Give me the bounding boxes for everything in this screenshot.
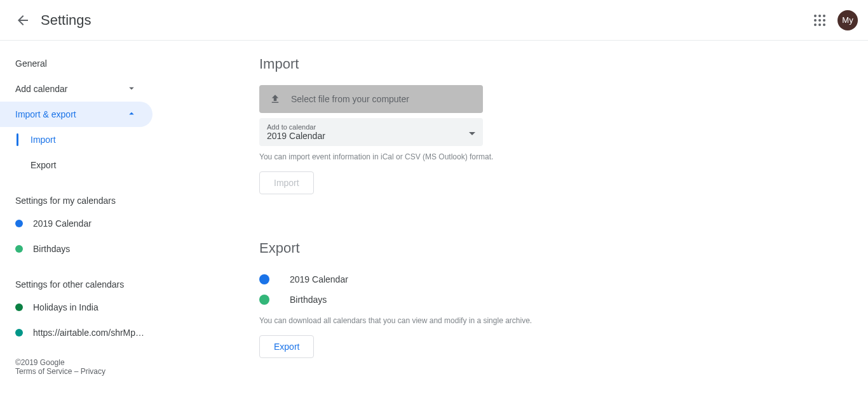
sidebar-item-general[interactable]: General <box>0 51 153 76</box>
calendar-label: Birthdays <box>33 244 70 254</box>
calendar-label: 2019 Calendar <box>290 274 348 284</box>
arrow-left-icon <box>15 13 31 28</box>
avatar[interactable]: My <box>837 10 858 30</box>
sidebar-item-label: General <box>15 58 47 69</box>
main-content: Import Select file from your computer Ad… <box>163 41 747 386</box>
calendar-label: 2019 Calendar <box>33 218 92 229</box>
chevron-down-icon <box>126 83 137 96</box>
back-button[interactable] <box>10 8 36 33</box>
sidebar-item-add-calendar[interactable]: Add calendar <box>0 76 153 102</box>
section-title-import: Import <box>259 56 732 72</box>
footer-copyright: ©2019 Google <box>15 358 147 367</box>
sidebar-subitem-export[interactable]: Export <box>0 152 163 178</box>
calendar-label: Birthdays <box>290 295 327 305</box>
calendar-color-dot <box>15 303 23 311</box>
footer: ©2019 Google Terms of Service – Privacy <box>0 345 163 376</box>
select-label: Add to calendar <box>267 123 475 131</box>
header: Settings My <box>0 0 868 41</box>
sidebar-item-label: Add calendar <box>15 84 68 94</box>
sidebar-subitem-import[interactable]: Import <box>0 127 163 152</box>
sidebar-section-other-calendars: Settings for other calendars <box>0 279 163 290</box>
export-calendar-item: Birthdays <box>259 290 732 310</box>
import-button[interactable]: Import <box>259 171 314 194</box>
sidebar-calendar-item[interactable]: 2019 Calendar <box>0 211 163 236</box>
sidebar-item-label: Import & export <box>15 109 76 119</box>
dropdown-arrow-icon <box>469 127 475 137</box>
export-button[interactable]: Export <box>259 335 314 358</box>
export-section: Export 2019 Calendar Birthdays You can d… <box>259 240 732 358</box>
import-hint: You can import event information in iCal… <box>259 152 732 161</box>
select-file-button[interactable]: Select file from your computer <box>259 85 483 113</box>
add-to-calendar-select[interactable]: Add to calendar 2019 Calendar <box>259 118 483 146</box>
calendar-color-dot <box>15 245 23 253</box>
section-title-export: Export <box>259 240 732 256</box>
export-calendar-item: 2019 Calendar <box>259 269 732 290</box>
select-file-label: Select file from your computer <box>291 94 409 104</box>
footer-sep: – <box>72 367 80 376</box>
page-title: Settings <box>41 12 807 29</box>
apps-button[interactable] <box>807 8 832 33</box>
sidebar-calendar-item[interactable]: Holidays in India <box>0 295 163 320</box>
chevron-up-icon <box>126 108 137 121</box>
sidebar-section-my-calendars: Settings for my calendars <box>0 196 163 206</box>
calendar-color-dot <box>259 274 269 284</box>
sidebar-calendar-item[interactable]: https://airtable.com/shrMp… <box>0 320 163 345</box>
calendar-color-dot <box>15 329 23 336</box>
calendar-label: Holidays in India <box>33 302 98 312</box>
footer-privacy-link[interactable]: Privacy <box>81 367 105 376</box>
footer-terms-link[interactable]: Terms of Service <box>15 367 72 376</box>
sidebar-item-import-export[interactable]: Import & export <box>0 102 153 127</box>
upload-icon <box>269 93 281 105</box>
export-hint: You can download all calendars that you … <box>259 316 732 325</box>
select-value: 2019 Calendar <box>267 131 475 141</box>
calendar-label: https://airtable.com/shrMp… <box>33 328 144 338</box>
sidebar: General Add calendar Import & export Imp… <box>0 41 163 386</box>
sidebar-subitem-label: Import <box>31 135 56 145</box>
apps-icon <box>814 15 825 26</box>
sidebar-subitem-label: Export <box>31 160 56 170</box>
calendar-color-dot <box>15 220 23 227</box>
sidebar-calendar-item[interactable]: Birthdays <box>0 236 163 262</box>
import-section: Import Select file from your computer Ad… <box>259 56 732 194</box>
calendar-color-dot <box>259 295 269 305</box>
